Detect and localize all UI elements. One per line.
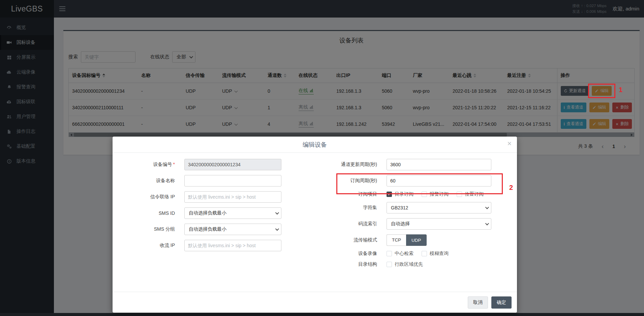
cancel-button[interactable]: 取消: [468, 296, 488, 309]
admin-region-priority-checkbox[interactable]: 行政区域优先: [387, 261, 423, 267]
chevron-down-icon: [485, 222, 489, 225]
catalog-subscribe-checkbox[interactable]: 目录订阅: [387, 191, 413, 197]
annotation-number-1: 1: [619, 86, 622, 94]
center-search-checkbox[interactable]: 中心检索: [387, 251, 413, 257]
sms-id-select[interactable]: 自动选择负载最小: [184, 207, 281, 219]
udp-option[interactable]: UDP: [406, 234, 427, 246]
position-subscribe-checkbox[interactable]: 位置订阅: [457, 191, 484, 197]
close-icon[interactable]: ×: [507, 140, 512, 147]
charset-select[interactable]: GB2312: [387, 202, 491, 213]
field-device-name: 设备名称: [128, 175, 296, 186]
signal-contact-ip-input[interactable]: [184, 191, 281, 203]
alarm-subscribe-checkbox[interactable]: 报警订阅: [422, 191, 449, 197]
checkbox-icon: [387, 251, 392, 256]
modal-body: 设备编号* 设备名称 信令联络 IP SMS ID 自动选择负载最小 SMS 分…: [113, 153, 517, 272]
checkbox-icon: [387, 262, 392, 267]
checkbox-icon: [422, 192, 427, 197]
stream-mode-toggle: TCP UDP: [387, 234, 427, 246]
edit-device-modal: 编辑设备 × 设备编号* 设备名称 信令联络 IP SMS ID 自动选择负载最…: [113, 137, 517, 313]
field-dir-structure: 目录结构 行政区域优先: [308, 261, 502, 267]
modal-footer: 取消 确定: [113, 292, 517, 313]
modal-title: 编辑设备: [303, 141, 327, 149]
field-subscribe-period: 订阅周期(秒): [308, 175, 502, 186]
field-sms-id: SMS ID 自动选择负载最小: [128, 207, 296, 219]
chevron-down-icon: [485, 205, 489, 209]
confirm-button[interactable]: 确定: [491, 296, 512, 309]
field-stream-index: 码流索引 自动选择: [308, 218, 502, 230]
field-device-id: 设备编号*: [128, 159, 296, 170]
fuzzy-query-checkbox[interactable]: 模糊查询: [422, 251, 449, 257]
field-device-record: 设备录像 中心检索 模糊查询: [308, 251, 502, 257]
field-channel-update-period: 通道更新周期(秒): [308, 159, 502, 170]
checkbox-icon: [422, 251, 427, 256]
field-sms-group: SMS 分组 自动选择负载最小: [128, 224, 296, 235]
modal-header: 编辑设备 ×: [113, 137, 517, 153]
chevron-down-icon: [275, 211, 279, 214]
field-receive-stream-ip: 收流 IP: [128, 240, 296, 251]
subscribe-period-input[interactable]: [387, 175, 491, 186]
device-id-input: [184, 159, 281, 170]
required-asterisk: *: [173, 162, 175, 167]
chevron-down-icon: [275, 227, 279, 231]
annotation-2-zone: 订阅周期(秒) 订阅项目 目录订阅 报警订阅: [308, 175, 502, 197]
field-signal-contact-ip: 信令联络 IP: [128, 191, 296, 203]
checkbox-icon: [387, 192, 392, 197]
channel-update-period-input[interactable]: [387, 159, 491, 170]
receive-stream-ip-input[interactable]: [184, 240, 281, 251]
field-charset: 字符集 GB2312: [308, 202, 502, 213]
tcp-option[interactable]: TCP: [387, 234, 406, 246]
field-stream-mode: 流传输模式 TCP UDP: [308, 234, 502, 246]
annotation-number-2: 2: [509, 184, 513, 192]
field-subscribe-items: 订阅项目 目录订阅 报警订阅 位置订阅: [308, 191, 502, 197]
sms-group-select[interactable]: 自动选择负载最小: [184, 224, 281, 235]
device-name-input[interactable]: [184, 175, 281, 186]
modal-left-column: 设备编号* 设备名称 信令联络 IP SMS ID 自动选择负载最小 SMS 分…: [128, 159, 296, 272]
modal-right-column: 通道更新周期(秒) 订阅周期(秒) 订阅项目 目录订阅: [296, 159, 502, 272]
checkbox-icon: [457, 192, 462, 197]
stream-index-select[interactable]: 自动选择: [387, 218, 491, 230]
